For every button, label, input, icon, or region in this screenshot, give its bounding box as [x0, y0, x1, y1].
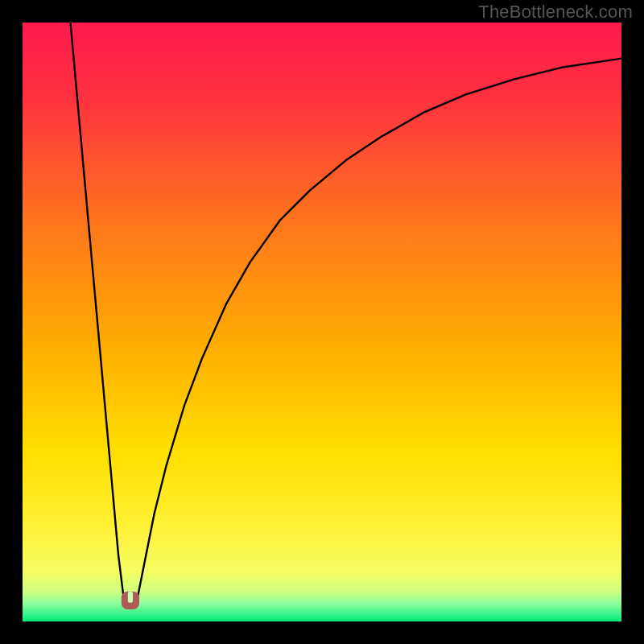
gradient-background [23, 23, 621, 621]
watermark-text: TheBottleneck.com [478, 2, 633, 23]
chart-svg [23, 23, 621, 621]
optimum-marker [122, 592, 139, 609]
chart-frame: TheBottleneck.com [0, 0, 644, 644]
plot-area [23, 23, 621, 621]
svg-rect-1 [128, 592, 133, 603]
